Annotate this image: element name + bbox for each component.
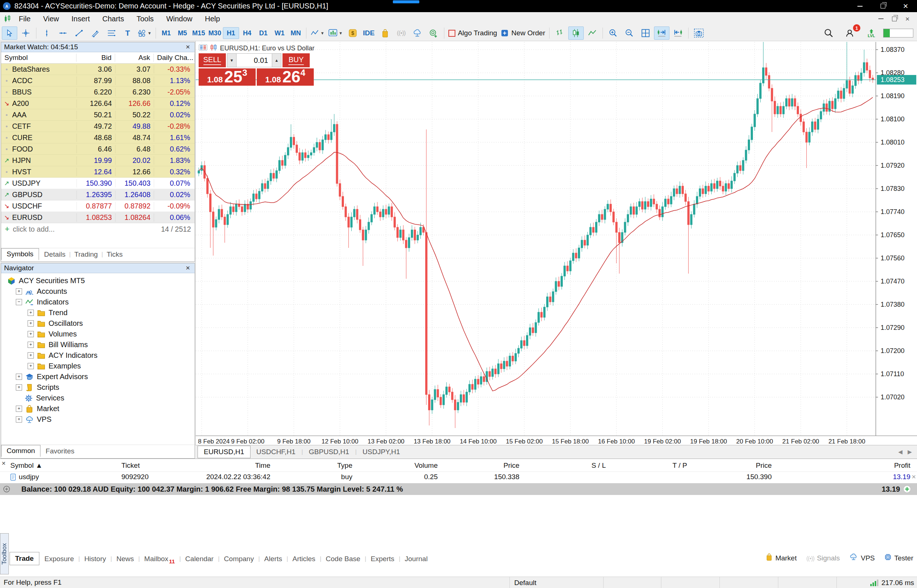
position-row[interactable]: usdjpy90929202024.02.22 03:36:42buy0.251… xyxy=(0,472,917,483)
toolbox-button-signals[interactable]: ((•))Signals xyxy=(806,554,840,562)
restore-button[interactable] xyxy=(872,0,894,12)
screenshot-button[interactable] xyxy=(691,26,707,40)
chart-restore-button[interactable] xyxy=(888,13,901,24)
toolbox-column-price[interactable]: Price xyxy=(442,462,519,470)
timeframe-mn-button[interactable]: MN xyxy=(288,27,304,39)
menu-item-help[interactable]: Help xyxy=(199,12,226,25)
navigator-item-vps[interactable]: +VPS xyxy=(1,414,194,425)
timeframe-w1-button[interactable]: W1 xyxy=(272,27,288,39)
timeframe-m5-button[interactable]: M5 xyxy=(175,27,191,39)
tab-favorites[interactable]: Favorites xyxy=(40,446,79,457)
indicator-list-button[interactable]: ▼ xyxy=(327,26,344,40)
depth-of-market-icon[interactable] xyxy=(199,44,207,53)
close-icon[interactable]: ✕ xyxy=(184,265,192,271)
navigator-caption[interactable]: Navigator ✕ xyxy=(1,263,194,273)
vertical-line-tool-button[interactable] xyxy=(39,26,55,40)
close-position-icon[interactable]: ✕ xyxy=(912,473,916,480)
expand-circle-icon[interactable] xyxy=(3,485,10,493)
toolbox-tab-articles[interactable]: Articles xyxy=(287,553,320,565)
menu-item-tools[interactable]: Tools xyxy=(130,12,160,25)
expand-icon[interactable]: + xyxy=(16,288,22,294)
minimize-button[interactable] xyxy=(849,0,872,12)
text-tool-button[interactable]: T xyxy=(120,26,135,40)
volume-input[interactable]: 0.01 xyxy=(236,53,272,67)
add-position-icon[interactable] xyxy=(903,485,911,493)
algo-trading-button[interactable]: Algo Trading xyxy=(447,26,499,40)
toolbox-column-profit[interactable]: Profit xyxy=(774,462,911,470)
fibonacci-tool-button[interactable] xyxy=(104,26,119,40)
market-watch-row[interactable]: ↗HJPN19.9920.021.83% xyxy=(1,155,194,166)
buy-price[interactable]: 1.08 26 4 xyxy=(257,68,314,86)
market-button[interactable] xyxy=(377,26,393,40)
indicator-line-button[interactable]: ▼ xyxy=(309,26,326,40)
market-watch-row[interactable]: ●BBUS6.2206.230-2.05% xyxy=(1,86,194,98)
deposit-button[interactable]: $ xyxy=(345,26,361,40)
navigator-item-market[interactable]: +Market xyxy=(1,404,194,414)
chart-shift-end-button[interactable] xyxy=(654,26,670,40)
bars-chart-button[interactable] xyxy=(552,26,568,40)
toolbox-column-price[interactable]: Price xyxy=(690,462,772,470)
navigator-item-trend[interactable]: +Trend xyxy=(1,307,194,318)
navigator-item-expert-advisors[interactable]: +Expert Advisors xyxy=(1,372,194,382)
toolbox-tab-experts[interactable]: Experts xyxy=(366,553,399,565)
candles-chart-button[interactable] xyxy=(568,26,584,40)
navigator-item-accounts[interactable]: +Accounts xyxy=(1,286,194,297)
menu-item-view[interactable]: View xyxy=(37,12,65,25)
toolbox-vertical-tab[interactable]: Toolbox xyxy=(0,533,9,574)
navigator-item-indicators[interactable]: −Indicators xyxy=(1,297,194,307)
status-cell-0[interactable]: Default xyxy=(509,577,603,588)
tile-windows-button[interactable] xyxy=(638,26,653,40)
market-watch-row[interactable]: ↗GBPUSD1.263951.264080.02% xyxy=(1,189,194,200)
expand-icon[interactable]: + xyxy=(16,416,22,423)
volume-decrease-button[interactable]: ▼ xyxy=(227,53,236,67)
tab-symbols[interactable]: Symbols xyxy=(1,248,39,260)
navigator-item-volumes[interactable]: +Volumes xyxy=(1,329,194,339)
market-watch-row[interactable]: ↗USDJPY150.390150.4030.07% xyxy=(1,178,194,189)
level-button[interactable]: LVL xyxy=(864,26,879,40)
toolbox-tab-exposure[interactable]: Exposure xyxy=(39,553,79,565)
volume-increase-button[interactable]: ▲ xyxy=(272,53,281,67)
navigator-item-acy-indicators[interactable]: +ACY Indicators xyxy=(1,350,194,361)
toolbox-column-s-l[interactable]: S / L xyxy=(522,462,606,470)
market-watch-row[interactable]: ●BetaShares3.063.07-0.33% xyxy=(1,64,194,75)
close-icon[interactable]: ✕ xyxy=(184,44,192,50)
chart-minimize-button[interactable] xyxy=(874,13,888,24)
menu-item-window[interactable]: Window xyxy=(160,12,199,25)
close-button[interactable]: ✕ xyxy=(894,0,917,12)
tab-ticks[interactable]: Ticks xyxy=(102,249,128,260)
line-chart-button[interactable] xyxy=(584,26,600,40)
tab-scroll-left-icon[interactable]: ◀ xyxy=(898,449,902,455)
toolbox-tab-code-base[interactable]: Code Base xyxy=(321,553,366,565)
collapse-icon[interactable]: − xyxy=(16,299,22,305)
expand-icon[interactable]: + xyxy=(27,363,34,369)
market-watch-caption[interactable]: Market Watch: 04:54:15 ✕ xyxy=(1,42,194,52)
chart-tab-usdjpy-h1[interactable]: USDJPY,H1 xyxy=(357,446,406,458)
expand-icon[interactable]: + xyxy=(27,331,34,337)
market-watch-row[interactable]: ↘A200126.64126.660.12% xyxy=(1,98,194,109)
expand-icon[interactable]: + xyxy=(16,405,22,412)
crosshair-tool-button[interactable] xyxy=(18,26,34,40)
vps-button[interactable] xyxy=(410,26,425,40)
add-account-button[interactable] xyxy=(426,26,442,40)
navigator-item-oscillators[interactable]: +Oscillators xyxy=(1,318,194,329)
toolbox-button-vps[interactable]: VPS xyxy=(849,553,875,563)
timeframe-h4-button[interactable]: H4 xyxy=(239,27,255,39)
toolbox-column-t-p[interactable]: T / P xyxy=(608,462,687,470)
market-watch-row[interactable]: ●AAA50.2150.220.02% xyxy=(1,109,194,121)
sell-button[interactable]: SELL xyxy=(199,53,226,67)
toolbox-column-volume[interactable]: Volume xyxy=(355,462,438,470)
timeframe-m1-button[interactable]: M1 xyxy=(158,27,175,39)
market-watch-row[interactable]: ●ACDC87.9988.081.13% xyxy=(1,75,194,86)
expand-icon[interactable]: + xyxy=(16,384,22,391)
toolbox-tab-calendar[interactable]: Calendar xyxy=(180,553,219,565)
toolbox-tab-journal[interactable]: Journal xyxy=(399,553,433,565)
toolbox-tab-trade[interactable]: Trade xyxy=(10,552,39,565)
chart-tab-gbpusd-h1[interactable]: GBPUSD,H1 xyxy=(303,446,355,458)
menu-item-insert[interactable]: Insert xyxy=(65,12,96,25)
mw-column-3[interactable]: Daily Cha... xyxy=(154,54,194,62)
toolbox-tab-news[interactable]: News xyxy=(111,553,139,565)
price-chart[interactable]: 1.083701.082801.081901.081001.080101.079… xyxy=(196,42,917,445)
signals-button[interactable]: ((•)) xyxy=(394,26,409,40)
navigator-item-services[interactable]: Services xyxy=(1,393,194,404)
timeframe-d1-button[interactable]: D1 xyxy=(255,27,272,39)
